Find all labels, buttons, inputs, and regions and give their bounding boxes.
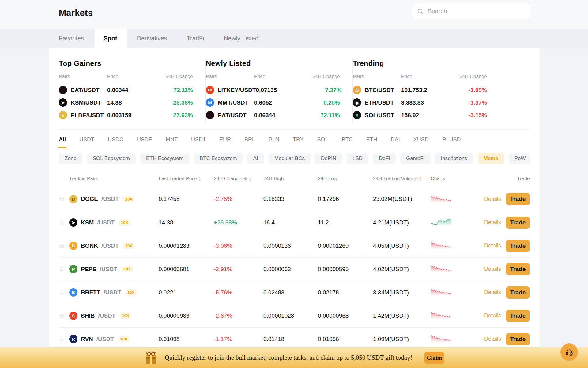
market-tab[interactable]: Favorites <box>49 29 94 48</box>
coin-icon <box>206 111 214 119</box>
details-link[interactable]: Details <box>484 266 504 272</box>
trade-button[interactable]: Trade <box>506 240 530 252</box>
panel-pair-row[interactable]: ➤ KSM/USDT 14.38 28.38% <box>59 96 193 109</box>
coin-icon: P <box>69 265 77 273</box>
trade-button[interactable]: Trade <box>506 286 530 299</box>
market-tab[interactable]: Newly Listed <box>214 29 268 48</box>
panel-pair-row[interactable]: ◆ ETH/USDT 3,383.83 -1.37% <box>353 96 487 109</box>
col-last-price[interactable]: Last Traded Price <box>159 176 214 182</box>
market-tab[interactable]: TradFi <box>177 29 214 48</box>
zone-chip[interactable]: BTC Ecosystem <box>194 153 243 164</box>
pair-cell[interactable]: B BONK/USDT 10X <box>69 242 159 250</box>
currency-tab[interactable]: USD1 <box>191 136 206 150</box>
markets-card: Top Gainers Pairs Price 24H Change EAT/U… <box>49 48 540 351</box>
panel-pair-row[interactable]: ≡ SOL/USDT 156.92 -3.15% <box>353 109 487 121</box>
pair-price: 0.06344 <box>254 112 300 119</box>
currency-tab[interactable]: ETH <box>366 136 377 150</box>
details-link[interactable]: Details <box>484 336 504 342</box>
market-tab[interactable]: Derivatives <box>127 29 177 48</box>
panel-col-price: Price <box>401 74 447 79</box>
zone-chip[interactable]: DePIN <box>315 153 342 164</box>
panel-pair-row[interactable]: Lit LITKEY/USDT 0.07135 7.37% <box>206 84 340 96</box>
currency-tab[interactable]: All <box>59 136 66 150</box>
pair-cell[interactable]: S SHIB/USDT 10X <box>69 312 159 320</box>
favorite-star-icon[interactable]: ☆ <box>59 312 69 320</box>
zone-chip[interactable]: Zone <box>59 153 82 164</box>
zone-chip[interactable]: Inscriptions <box>435 153 473 164</box>
coin-icon: Lit <box>206 86 214 94</box>
details-link[interactable]: Details <box>484 312 504 319</box>
currency-tab-label: BRL <box>244 136 255 143</box>
leverage-badge: 10X <box>119 336 129 342</box>
zone-chip[interactable]: Meme <box>478 153 504 164</box>
currency-tab[interactable]: BRL <box>244 136 255 150</box>
panel-title: Newly Listed <box>206 59 340 68</box>
pair-name: EAT/USDT <box>218 112 247 119</box>
pair-cell[interactable]: R RVN/USDT 10X <box>69 335 159 343</box>
pair-cell[interactable]: P PEPE/USDT 10X <box>69 265 159 273</box>
trade-button[interactable]: Trade <box>506 193 530 205</box>
support-chat-button[interactable] <box>560 343 578 361</box>
currency-tab[interactable]: USDC <box>108 136 123 150</box>
favorite-star-icon[interactable]: ☆ <box>59 335 69 343</box>
zone-chip[interactable]: Modular-BCs <box>269 153 311 164</box>
currency-tab[interactable]: PLN <box>269 136 279 150</box>
panel-pair-row[interactable]: M MMT/USDT 0.6052 0.25% <box>206 96 340 109</box>
panel-pair-row[interactable]: ₿ BTC/USDT 101,753.2 -1.09% <box>353 84 487 96</box>
currency-tab[interactable]: XUSD <box>413 136 429 150</box>
change-24h: -2.91% <box>214 266 263 273</box>
currency-tab[interactable]: RLUSD <box>442 136 461 150</box>
zone-chip[interactable]: AI <box>247 153 264 164</box>
volume-24h: 23.02M(USDT) <box>373 196 431 202</box>
pair-cell[interactable]: B BRETT/USDT 10X <box>69 288 159 297</box>
zone-chip[interactable]: PoW <box>509 153 530 164</box>
pair-cell[interactable]: ➤ KSM/USDT 10X <box>69 218 159 227</box>
currency-tab[interactable]: MNT <box>166 136 178 150</box>
zone-chip[interactable]: SOL Ecosystem <box>87 153 136 164</box>
search-box[interactable] <box>412 3 530 19</box>
panel-pair-row[interactable]: EAT/USDT 0.06344 72.11% <box>206 109 340 121</box>
favorite-star-icon[interactable]: ☆ <box>59 289 69 296</box>
table-row: ☆ B BRETT/USDT 10X 0.0221 -5.76% 0.02483… <box>59 281 530 304</box>
zone-chip[interactable]: ETH Ecosystem <box>140 153 189 164</box>
details-link[interactable]: Details <box>484 289 504 296</box>
currency-tab[interactable]: TRY <box>293 136 304 150</box>
pair-cell[interactable]: Ð DOGE/USDT 10X <box>69 195 159 203</box>
currency-tab[interactable]: DAI <box>391 136 400 150</box>
currency-tab[interactable]: USDT <box>79 136 94 150</box>
sort-icon[interactable] <box>249 177 251 181</box>
currency-tab[interactable]: BTC <box>342 136 353 150</box>
zone-chip[interactable]: GameFi <box>400 153 430 164</box>
details-link[interactable]: Details <box>484 196 504 202</box>
trade-button[interactable]: Trade <box>506 333 530 345</box>
col-24h-change[interactable]: 24H Change % <box>214 176 263 182</box>
panel-pair-row[interactable]: E ELDE/USDT 0.003159 27.63% <box>59 109 193 121</box>
sort-icon[interactable] <box>198 177 201 181</box>
claim-button[interactable]: Claim <box>424 352 444 364</box>
zone-chip-label: DeFi <box>379 155 390 161</box>
market-tab[interactable]: Spot <box>94 29 127 48</box>
low-24h: 0.02178 <box>318 289 373 296</box>
favorite-star-icon[interactable]: ☆ <box>59 266 69 273</box>
search-input[interactable] <box>428 8 525 15</box>
currency-tab[interactable]: SOL <box>317 136 328 150</box>
favorite-star-icon[interactable]: ☆ <box>59 195 69 203</box>
trade-button[interactable]: Trade <box>506 263 530 275</box>
zone-chip-label: PoW <box>514 155 526 161</box>
trade-button[interactable]: Trade <box>506 310 530 322</box>
zone-chip[interactable]: LSD <box>347 153 368 164</box>
panel-pair-row[interactable]: EAT/USDT 0.06344 72.11% <box>59 84 193 96</box>
favorite-star-icon[interactable]: ☆ <box>59 219 69 226</box>
sort-icon-active[interactable] <box>419 177 422 181</box>
details-link[interactable]: Details <box>484 219 504 226</box>
col-24h-volume[interactable]: 24H Trading Volume <box>373 176 431 182</box>
details-link[interactable]: Details <box>484 243 504 249</box>
market-tab-label: Favorites <box>59 35 84 42</box>
zone-chip[interactable]: DeFi <box>373 153 396 164</box>
trade-button[interactable]: Trade <box>506 217 530 229</box>
favorite-star-icon[interactable]: ☆ <box>59 242 69 250</box>
currency-filter-tabs: All USDT USDC USDE MNT USD1 EUR BRL PLN … <box>59 130 530 150</box>
currency-tab[interactable]: EUR <box>219 136 231 150</box>
volume-24h: 4.21M(USDT) <box>373 219 431 226</box>
currency-tab[interactable]: USDE <box>137 136 152 150</box>
